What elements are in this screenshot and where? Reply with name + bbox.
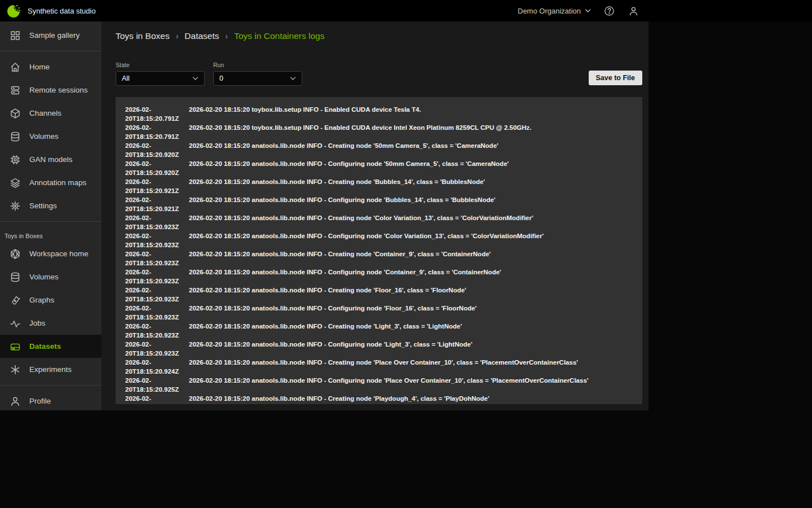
- breadcrumb-datasets[interactable]: Datasets: [184, 31, 219, 41]
- sidebar-item-label: Experiments: [29, 365, 72, 374]
- sidebar-item-workspace-home[interactable]: Workspace home: [0, 242, 102, 265]
- cube-icon: [9, 107, 21, 120]
- sidebar-item-label: Graphs: [29, 296, 54, 304]
- chevron-down-icon: [192, 76, 198, 81]
- sidebar-item-label: Volumes: [29, 273, 59, 281]
- main-content: Toys in Boxes › Datasets › Toys in Conta…: [102, 21, 648, 410]
- pulse-icon: [9, 317, 21, 330]
- sidebar-divider: [0, 51, 102, 51]
- log-row: 2026-02-20T18:15:20.923Z2026-02-20 18:15…: [125, 340, 642, 358]
- sidebar-item-label: GAN models: [29, 155, 73, 164]
- breadcrumb-workspace[interactable]: Toys in Boxes: [116, 31, 170, 41]
- sidebar-item-settings[interactable]: Settings: [0, 194, 102, 217]
- sidebar-item-label: Annotation maps: [29, 178, 86, 187]
- sidebar-item-experiments[interactable]: Experiments: [0, 358, 102, 381]
- workspace-section-label: Toys in Boxes: [0, 226, 102, 242]
- run-select[interactable]: 0: [213, 71, 302, 86]
- pen-icon: [9, 294, 21, 306]
- state-select-value: All: [122, 75, 130, 82]
- sidebar-item-remote-sessions[interactable]: Remote sessions: [0, 78, 102, 102]
- log-message: 2026-02-20 18:15:20 toybox.lib.setup INF…: [189, 105, 642, 114]
- chevron-down-icon: [290, 76, 296, 81]
- run-filter-group: Run 0: [213, 62, 302, 86]
- log-timestamp: 2026-02-20T18:15:20.920Z: [125, 159, 189, 177]
- sidebar-item-label: Sample gallery: [29, 31, 80, 40]
- run-select-value: 0: [219, 75, 223, 82]
- sidebar-item-sample-gallery[interactable]: Sample gallery: [0, 24, 102, 47]
- sidebar-item-annotation-maps[interactable]: Annotation maps: [0, 171, 102, 194]
- sidebar-item-jobs[interactable]: Jobs: [0, 312, 102, 335]
- log-row: 2026-02-20T18:15:20.923Z2026-02-20 18:15…: [125, 268, 642, 286]
- log-message: 2026-02-20 18:15:20 anatools.lib.node IN…: [189, 304, 642, 313]
- sidebar-item-gan-models[interactable]: GAN models: [0, 148, 102, 171]
- log-row: 2026-02-20T18:15:20.921Z2026-02-20 18:15…: [125, 195, 642, 213]
- sidebar-item-label: Remote sessions: [29, 86, 88, 94]
- log-row: 2026-02-20T18:15:20.923Z2026-02-20 18:15…: [125, 322, 642, 340]
- filters-bar: State All Run 0 Save to File: [116, 62, 642, 89]
- log-row: 2026-02-20T18:15:20.923Z2026-02-20 18:15…: [125, 231, 642, 249]
- sidebar-item-profile[interactable]: Profile: [0, 389, 102, 413]
- log-viewer[interactable]: 2026-02-20T18:15:20.791Z2026-02-20 18:15…: [116, 97, 642, 404]
- log-message: 2026-02-20 18:15:20 anatools.lib.node IN…: [189, 340, 642, 349]
- log-timestamp: 2026-02-20T18:15:20.923Z: [125, 304, 189, 322]
- log-row: 2026-02-2026-02-20 18:15:20 anatools.lib…: [125, 394, 642, 404]
- log-row: 2026-02-20T18:15:20.791Z2026-02-20 18:15…: [125, 123, 642, 141]
- log-message: 2026-02-20 18:15:20 anatools.lib.node IN…: [189, 358, 642, 367]
- log-timestamp: 2026-02-20T18:15:20.924Z: [125, 358, 189, 376]
- sidebar-item-workspace-volumes[interactable]: Volumes: [0, 265, 102, 288]
- sidebar-item-channels[interactable]: Channels: [0, 102, 102, 125]
- help-icon[interactable]: [603, 5, 615, 17]
- log-row: 2026-02-20T18:15:20.923Z2026-02-20 18:15…: [125, 249, 642, 268]
- log-timestamp: 2026-02-20T18:15:20.925Z: [125, 376, 189, 394]
- sidebar-item-label: Workspace home: [29, 249, 89, 258]
- organization-label: Demo Organization: [518, 7, 581, 15]
- breadcrumb-separator: ›: [225, 32, 228, 41]
- log-message: 2026-02-20 18:15:20 anatools.lib.node IN…: [189, 249, 642, 259]
- sidebar-item-graphs[interactable]: Graphs: [0, 288, 102, 312]
- log-row: 2026-02-20T18:15:20.924Z2026-02-20 18:15…: [125, 358, 642, 376]
- sidebar-divider: [0, 385, 102, 386]
- sidebar-item-datasets[interactable]: Datasets: [0, 335, 102, 358]
- log-timestamp: 2026-02-20T18:15:20.921Z: [125, 177, 189, 195]
- log-message: 2026-02-20 18:15:20 anatools.lib.node IN…: [189, 141, 642, 150]
- state-select[interactable]: All: [116, 71, 205, 86]
- log-timestamp: 2026-02-20T18:15:20.921Z: [125, 195, 189, 213]
- home-icon: [9, 61, 21, 73]
- organization-menu[interactable]: Demo Organization: [518, 7, 591, 15]
- log-message: 2026-02-20 18:15:20 anatools.lib.node IN…: [189, 177, 642, 186]
- log-timestamp: 2026-02-20T18:15:20.923Z: [125, 231, 189, 249]
- run-filter-label: Run: [213, 62, 302, 68]
- sidebar-item-home[interactable]: Home: [0, 55, 102, 78]
- log-timestamp: 2026-02-20T18:15:20.923Z: [125, 286, 189, 304]
- log-timestamp: 2026-02-20T18:15:20.791Z: [125, 123, 189, 141]
- state-filter-group: State All: [116, 62, 205, 86]
- log-list: 2026-02-20T18:15:20.791Z2026-02-20 18:15…: [125, 105, 642, 404]
- drive-icon: [9, 340, 21, 353]
- log-message: 2026-02-20 18:15:20 anatools.lib.node IN…: [189, 268, 642, 277]
- log-message: 2026-02-20 18:15:20 anatools.lib.node IN…: [189, 231, 642, 240]
- sphere-icon: [9, 248, 21, 260]
- breadcrumb: Toys in Boxes › Datasets › Toys in Conta…: [102, 21, 648, 41]
- save-to-file-button[interactable]: Save to File: [589, 71, 642, 85]
- log-message: 2026-02-20 18:15:20 anatools.lib.node IN…: [189, 195, 642, 204]
- cookie-logo-icon: [6, 3, 22, 19]
- user-icon[interactable]: [628, 5, 639, 17]
- log-row: 2026-02-20T18:15:20.920Z2026-02-20 18:15…: [125, 141, 642, 159]
- log-message: 2026-02-20 18:15:20 anatools.lib.node IN…: [189, 286, 642, 295]
- log-timestamp: 2026-02-20T18:15:20.923Z: [125, 268, 189, 286]
- sidebar-item-label: Profile: [29, 397, 51, 405]
- log-timestamp: 2026-02-: [125, 394, 189, 403]
- server-icon: [9, 84, 21, 97]
- log-row: 2026-02-20T18:15:20.923Z2026-02-20 18:15…: [125, 213, 642, 231]
- log-row: 2026-02-20T18:15:20.923Z2026-02-20 18:15…: [125, 304, 642, 322]
- app-title: Synthetic data studio: [28, 7, 96, 15]
- sidebar-item-label: Home: [29, 63, 50, 71]
- state-filter-label: State: [116, 62, 205, 68]
- sidebar-item-volumes[interactable]: Volumes: [0, 125, 102, 148]
- log-timestamp: 2026-02-20T18:15:20.920Z: [125, 141, 189, 159]
- log-timestamp: 2026-02-20T18:15:20.923Z: [125, 213, 189, 231]
- sidebar: Sample gallery Home Remote sessions Chan…: [0, 21, 102, 410]
- log-row: 2026-02-20T18:15:20.925Z2026-02-20 18:15…: [125, 376, 642, 394]
- log-message: 2026-02-20 18:15:20 anatools.lib.node IN…: [189, 394, 642, 403]
- gear-icon: [9, 200, 21, 212]
